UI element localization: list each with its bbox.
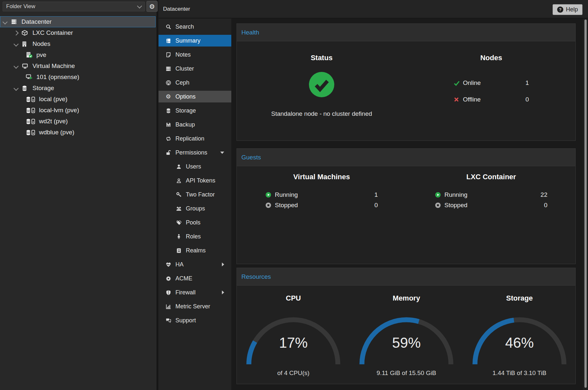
menu-item-replication[interactable]: Replication [159, 133, 231, 144]
guests-panel: Guests Virtual Machines Running 1 Stoppe… [236, 148, 576, 264]
lxc-running-value: 22 [541, 191, 547, 198]
offline-label: Offline [463, 96, 481, 103]
health-title: Health [241, 29, 259, 36]
menu-item-groups[interactable]: Groups [159, 203, 231, 214]
vm-running-value: 1 [374, 191, 378, 198]
ceph-icon [165, 80, 172, 86]
tree-item-label: Datacenter [21, 18, 52, 25]
guests-panel-header: Guests [237, 149, 575, 166]
tree-settings-button[interactable]: ⚙ [147, 1, 158, 12]
vm-stopped-value: 0 [374, 202, 378, 209]
tree-item-storage-local[interactable]: local (pve) [0, 94, 156, 105]
cpu-percent: 17% [245, 335, 342, 351]
menu-item-metric-server[interactable]: Metric Server [159, 301, 231, 312]
search-icon [165, 24, 172, 30]
menu-item-firewall[interactable]: Firewall [159, 287, 231, 298]
chevron-down-icon[interactable] [14, 42, 21, 46]
shield-icon [165, 290, 172, 295]
vertical-scrollbar[interactable] [583, 19, 588, 390]
tree-item-label: LXC Container [32, 29, 73, 36]
status-ok-icon [308, 71, 335, 98]
node-online-icon [25, 52, 36, 58]
help-button[interactable]: ? Help [553, 4, 582, 15]
key-icon [175, 192, 182, 197]
status-column: Status Standalone node - no cluster defi… [237, 41, 406, 141]
unlock-icon [165, 150, 172, 155]
menu-item-notes[interactable]: Notes [159, 49, 231, 61]
menu-item-two-factor[interactable]: Two Factor [159, 189, 231, 200]
storage-gauge: 46% 1.44 TiB of 3.10 TiB [471, 316, 568, 374]
database-icon [165, 108, 172, 114]
address-book-icon [175, 248, 182, 253]
chevron-right-icon[interactable] [14, 31, 21, 35]
note-icon [165, 52, 172, 58]
replication-icon [165, 136, 172, 141]
menu-item-cluster[interactable]: Cluster [159, 63, 231, 74]
server-icon [10, 19, 21, 25]
chevron-down-icon[interactable] [14, 87, 21, 90]
chevron-down-icon[interactable] [14, 64, 21, 68]
menu-item-storage[interactable]: Storage [159, 105, 231, 116]
caret-right-icon[interactable] [222, 290, 224, 294]
vm-column: Virtual Machines Running 1 Stopped 0 [237, 166, 406, 264]
tree-item-label: 101 (opnsense) [36, 74, 79, 81]
view-mode-select[interactable]: Folder View [3, 2, 145, 11]
tree-item-storage-wdblue[interactable]: wdblue (pve) [0, 127, 156, 138]
menu-item-backup[interactable]: Backup [159, 119, 231, 130]
lxc-heading: LXC Container [406, 173, 576, 181]
heartbeat-icon [165, 262, 172, 267]
menu-item-support[interactable]: Support [159, 315, 231, 326]
building-icon [21, 41, 32, 47]
menu-item-realms[interactable]: Realms [159, 245, 231, 256]
tree-item-label: local (pve) [39, 96, 68, 103]
tree-item-label: Nodes [32, 40, 50, 47]
menu-item-ha[interactable]: HA [159, 259, 231, 270]
menu-item-pools[interactable]: Pools [159, 217, 231, 228]
menu-item-acme[interactable]: ACME [159, 273, 231, 284]
cpu-gauge: 17% of 4 CPU(s) [245, 316, 342, 374]
users-icon [175, 206, 182, 211]
caret-right-icon[interactable] [222, 262, 224, 266]
health-panel-header: Health [237, 24, 575, 41]
tree-item-storage-wd2t[interactable]: wd2t (pve) [0, 116, 156, 127]
tree-item-lxc-container[interactable]: LXC Container [0, 27, 156, 38]
menu-item-summary[interactable]: Summary [159, 35, 231, 47]
tree-item-virtual-machine[interactable]: Virtual Machine [0, 61, 156, 72]
stopped-icon [265, 202, 272, 208]
caret-down-icon[interactable] [220, 152, 224, 154]
storage-disk-icon [25, 96, 39, 102]
person-icon [175, 234, 182, 239]
status-heading: Status [237, 54, 406, 62]
tree-item-storage-local-lvm[interactable]: local-lvm (pve) [0, 105, 156, 116]
vm-stopped-row: Stopped 0 [265, 200, 378, 210]
menu-item-search[interactable]: Search [159, 21, 231, 33]
tree-item-storage[interactable]: Storage [0, 83, 156, 94]
status-message: Standalone node - no cluster defined [237, 110, 406, 117]
tree-item-vm-101[interactable]: 101 (opnsense) [0, 72, 156, 83]
stopped-label: Stopped [275, 202, 298, 209]
tree-item-nodes[interactable]: Nodes [0, 38, 156, 49]
chevron-down-icon[interactable] [3, 20, 10, 24]
tree-item-label: wd2t (pve) [39, 118, 68, 125]
scrollbar-thumb[interactable] [584, 20, 587, 388]
help-button-label: Help [566, 6, 578, 13]
running-icon [265, 192, 272, 198]
menu-item-permissions[interactable]: Permissions [159, 147, 231, 158]
menu-item-users[interactable]: Users [159, 161, 231, 172]
menu-item-roles[interactable]: Roles [159, 231, 231, 242]
menu-item-options[interactable]: ⚙ Options [159, 91, 231, 102]
running-icon [435, 192, 441, 198]
datacenter-menu: Search Summary Notes Cluster Ceph ⚙ Opti… [159, 19, 231, 390]
tree-item-datacenter[interactable]: Datacenter [0, 16, 156, 27]
tree-item-pve[interactable]: pve [0, 49, 156, 61]
health-panel: Health Status Standalone node - no clust… [236, 23, 576, 141]
nodes-offline-row: Offline 0 [454, 94, 529, 105]
storage-heading: Storage [463, 294, 576, 303]
menu-item-ceph[interactable]: Ceph [159, 77, 231, 88]
menu-item-api-tokens[interactable]: API Tokens [159, 175, 231, 186]
proxmox-window: Folder View ⚙ Datacenter LXC Container [0, 0, 588, 390]
vm-running-row: Running 1 [265, 190, 378, 200]
lxc-stopped-value: 0 [544, 202, 547, 209]
lxc-stopped-row: Stopped 0 [435, 200, 547, 210]
storage-percent: 46% [471, 335, 568, 351]
